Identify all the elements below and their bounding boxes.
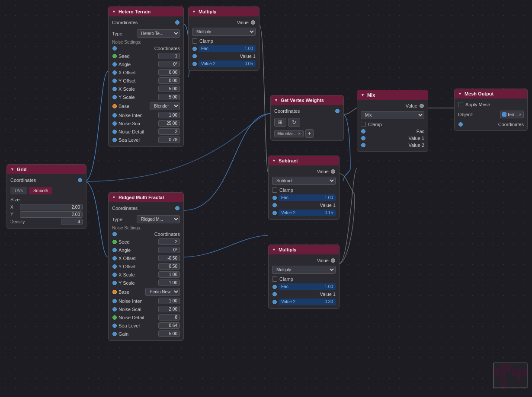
ridged-base-socket[interactable] bbox=[112, 290, 117, 294]
multiply2-val2-socket[interactable] bbox=[272, 300, 277, 304]
meshoutput-coord-socket-l[interactable] bbox=[458, 122, 463, 127]
multiply1-val2-bar[interactable]: Value 2 0.05 bbox=[199, 60, 256, 67]
mix-op-dropdown[interactable]: Mix bbox=[361, 111, 424, 119]
hetero-noiseinten-socket[interactable] bbox=[112, 113, 117, 118]
ridged-sealevel-field[interactable]: 0.64 bbox=[158, 322, 180, 329]
hetero-yscale-socket[interactable] bbox=[112, 95, 117, 99]
hetero-noiseinten-field[interactable]: 1.00 bbox=[158, 112, 180, 118]
hetero-xoffset-field[interactable]: 0.00 bbox=[158, 69, 180, 76]
hetero-sealevel-field[interactable]: 0.78 bbox=[158, 137, 180, 143]
ridged-seed-field[interactable]: 2 bbox=[158, 238, 180, 245]
multiply1-clamp-checkbox[interactable] bbox=[192, 38, 197, 44]
multiply1-collapse[interactable]: ▼ bbox=[192, 10, 196, 14]
subtract-collapse[interactable]: ▼ bbox=[272, 159, 276, 163]
hetero-coord2-socket-l[interactable] bbox=[112, 46, 117, 51]
multiply2-op-dropdown[interactable]: Multiply bbox=[272, 266, 336, 274]
multiply2-val2-bar[interactable]: Value 2 0.30 bbox=[279, 299, 336, 305]
multiply2-clamp-checkbox[interactable] bbox=[272, 276, 277, 282]
multiply2-val1-socket[interactable] bbox=[272, 292, 277, 296]
hetero-noisesca-socket[interactable] bbox=[112, 121, 117, 126]
hetero-yoffset-socket[interactable] bbox=[112, 79, 117, 83]
hetero-xscale-socket[interactable] bbox=[112, 87, 117, 91]
multiply1-op-dropdown[interactable]: Multiply bbox=[192, 28, 256, 36]
grid-collapse-arrow[interactable]: ▼ bbox=[10, 167, 14, 172]
multiply1-value-socket-r[interactable] bbox=[251, 20, 255, 25]
hetero-coordinates-top-socket[interactable] bbox=[175, 20, 179, 25]
hetero-angle-socket[interactable] bbox=[112, 62, 117, 67]
grid-size-x-field[interactable]: 2.00 bbox=[20, 204, 83, 210]
multiply2-fac-socket[interactable] bbox=[272, 285, 277, 289]
meshoutput-object-close[interactable]: × bbox=[519, 112, 522, 117]
hetero-sealevel-socket[interactable] bbox=[112, 138, 117, 142]
subtract-val1-socket[interactable] bbox=[272, 203, 277, 207]
hetero-noisedetail-socket[interactable] bbox=[112, 130, 117, 134]
meshoutput-collapse[interactable]: ▼ bbox=[458, 92, 462, 96]
ridged-coord2-socket[interactable] bbox=[112, 232, 117, 236]
ridged-yscale-field[interactable]: 1.00 bbox=[158, 279, 180, 286]
mix-value-socket[interactable] bbox=[420, 104, 424, 108]
ridged-xscale-socket[interactable] bbox=[112, 273, 117, 277]
ridged-noisedetail-field[interactable]: 8 bbox=[158, 314, 180, 321]
mix-collapse[interactable]: ▼ bbox=[361, 93, 365, 97]
getvertex-icon-btn1[interactable]: ⊞ bbox=[274, 118, 286, 127]
hetero-base-socket[interactable] bbox=[112, 104, 117, 108]
getvertex-add-btn[interactable]: + bbox=[305, 129, 314, 138]
hetero-yoffset-field[interactable]: 0.00 bbox=[158, 77, 180, 84]
getvertex-icon-btn2[interactable]: ↻ bbox=[288, 118, 300, 127]
ridged-yoffset-field[interactable]: 0.50 bbox=[158, 263, 180, 270]
ridged-sealevel-socket[interactable] bbox=[112, 324, 117, 328]
ridged-xoffset-field[interactable]: -0.50 bbox=[158, 255, 180, 261]
hetero-type-dropdown[interactable]: Hetero Te... bbox=[137, 29, 180, 38]
getvertex-collapse[interactable]: ▼ bbox=[274, 98, 278, 102]
ridged-seed-socket[interactable] bbox=[112, 240, 117, 244]
ridged-noiseinten-field[interactable]: 1.00 bbox=[158, 298, 180, 304]
ridged-noisescal-field[interactable]: 2.00 bbox=[158, 306, 180, 312]
hetero-angle-field[interactable]: 0° bbox=[158, 61, 180, 67]
hetero-base-dropdown[interactable]: Blender bbox=[150, 102, 180, 110]
ridged-angle-field[interactable]: 0° bbox=[158, 247, 180, 253]
subtract-fac-bar[interactable]: Fac 1.00 bbox=[279, 194, 336, 201]
meshoutput-applymesh-checkbox[interactable] bbox=[458, 102, 463, 107]
hetero-seed-socket[interactable] bbox=[112, 54, 117, 58]
multiply1-val1-socket[interactable] bbox=[192, 54, 197, 58]
grid-coordinates-socket[interactable] bbox=[78, 178, 82, 182]
hetero-xoffset-socket[interactable] bbox=[112, 70, 117, 75]
multiply2-value-socket[interactable] bbox=[331, 258, 335, 263]
subtract-fac-socket[interactable] bbox=[272, 196, 277, 200]
ridged-yscale-socket[interactable] bbox=[112, 281, 117, 285]
multiply1-val2-socket[interactable] bbox=[192, 62, 197, 66]
ridged-yoffset-socket[interactable] bbox=[112, 264, 117, 269]
mix-fac-socket[interactable] bbox=[361, 129, 365, 133]
meshoutput-object-value-box[interactable]: Terr... × bbox=[500, 111, 524, 118]
subtract-value-socket[interactable] bbox=[331, 169, 335, 174]
subtract-val2-bar[interactable]: Value 2 0.15 bbox=[279, 210, 336, 216]
multiply2-collapse[interactable]: ▼ bbox=[272, 248, 276, 252]
ridged-angle-socket[interactable] bbox=[112, 248, 117, 252]
ridged-type-dropdown[interactable]: Ridged M... bbox=[137, 215, 180, 223]
grid-density-field[interactable]: 4 bbox=[61, 219, 83, 225]
hetero-collapse[interactable]: ▼ bbox=[112, 10, 116, 14]
mix-val1-socket[interactable] bbox=[361, 136, 365, 140]
multiply2-fac-bar[interactable]: Fac 1.00 bbox=[279, 283, 336, 290]
hetero-noisesca-field[interactable]: 25.00 bbox=[158, 120, 180, 127]
grid-size-y-field[interactable]: 2.00 bbox=[20, 211, 83, 218]
getvertex-coord-socket[interactable] bbox=[335, 109, 340, 113]
multiply1-fac-bar[interactable]: Fac 1.00 bbox=[199, 45, 256, 52]
ridged-gain-field[interactable]: 5.00 bbox=[158, 330, 180, 337]
ridged-noisescal-socket[interactable] bbox=[112, 307, 117, 311]
ridged-xoffset-socket[interactable] bbox=[112, 256, 117, 260]
subtract-clamp-checkbox[interactable] bbox=[272, 187, 277, 193]
ridged-gain-socket[interactable] bbox=[112, 332, 117, 336]
mix-clamp-checkbox[interactable] bbox=[361, 122, 366, 127]
ridged-base-dropdown[interactable]: Perlin New bbox=[145, 288, 180, 296]
ridged-noisedetail-socket[interactable] bbox=[112, 315, 117, 320]
subtract-val2-socket[interactable] bbox=[272, 211, 277, 215]
getvertex-tag-mountai[interactable]: Mountai... × bbox=[274, 130, 304, 137]
hetero-seed-field[interactable]: 1 bbox=[158, 53, 180, 59]
ridged-noiseinten-socket[interactable] bbox=[112, 299, 117, 303]
hetero-noisedetail-field[interactable]: 2 bbox=[158, 128, 180, 135]
grid-smooth-tab[interactable]: Smooth bbox=[29, 187, 52, 194]
ridged-collapse[interactable]: ▼ bbox=[112, 195, 116, 200]
ridged-xscale-field[interactable]: 1.00 bbox=[158, 271, 180, 278]
hetero-yscale-field[interactable]: 5.00 bbox=[158, 94, 180, 100]
